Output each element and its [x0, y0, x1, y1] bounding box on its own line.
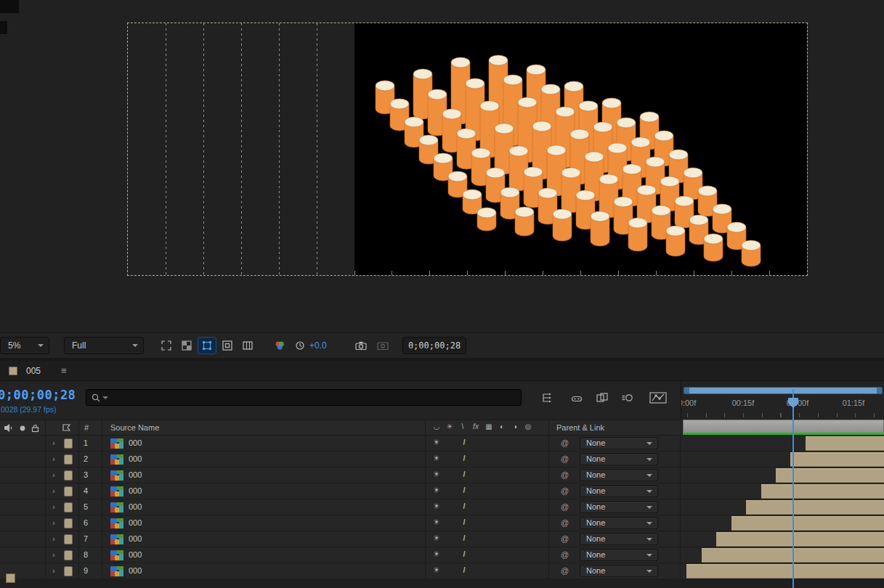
- mask-visibility-button[interactable]: [198, 337, 216, 354]
- playhead-line[interactable]: [792, 389, 794, 588]
- magnification-select[interactable]: 5%: [0, 337, 49, 354]
- pickwhip-icon[interactable]: @: [561, 566, 569, 575]
- layer-name[interactable]: 000: [129, 518, 142, 527]
- layer-duration-bar[interactable]: [790, 452, 884, 467]
- layer-name[interactable]: 000: [129, 438, 142, 447]
- search-options-icon[interactable]: [102, 396, 108, 399]
- pickwhip-icon[interactable]: @: [561, 534, 569, 543]
- layer-name[interactable]: 000: [129, 534, 142, 543]
- layer-duration-bar[interactable]: [806, 436, 884, 451]
- navigator-handle-right[interactable]: [877, 388, 882, 393]
- layer-row[interactable]: › 3 000 ☀ / @ None: [0, 467, 884, 483]
- collapse-switch[interactable]: ☀: [430, 550, 443, 559]
- number-column-label[interactable]: #: [84, 423, 89, 432]
- pickwhip-icon[interactable]: @: [561, 518, 569, 527]
- time-navigator-bar[interactable]: [684, 387, 883, 394]
- lock-column-icon[interactable]: [31, 423, 40, 433]
- parent-select[interactable]: None: [580, 469, 658, 481]
- parent-select[interactable]: None: [580, 533, 658, 545]
- layer-row[interactable]: › 4 000 ☀ / @ None: [0, 483, 884, 499]
- time-ruler[interactable]: 0:00f00:15f01:00f01:15f: [681, 381, 884, 420]
- shy-icon[interactable]: ◡: [430, 422, 443, 430]
- parent-select[interactable]: None: [580, 453, 658, 465]
- layer-row[interactable]: › 7 000 ☀ / @ None: [0, 531, 884, 547]
- label-swatch[interactable]: [64, 454, 73, 465]
- pickwhip-icon[interactable]: @: [561, 486, 569, 495]
- label-swatch[interactable]: [64, 470, 73, 481]
- motion-blur-icon[interactable]: ◐: [495, 422, 508, 430]
- label-swatch[interactable]: [64, 550, 73, 560]
- parent-select[interactable]: None: [580, 549, 658, 561]
- threed-icon[interactable]: ◎: [522, 422, 535, 430]
- quality-switch[interactable]: /: [458, 438, 471, 446]
- panel-menu-icon[interactable]: ≡: [61, 365, 67, 376]
- collapse-switch[interactable]: ☀: [430, 470, 443, 479]
- pickwhip-icon[interactable]: @: [561, 502, 569, 511]
- transparency-grid-button[interactable]: [177, 337, 196, 354]
- label-swatch[interactable]: [64, 566, 73, 576]
- quality-switch[interactable]: /: [458, 550, 471, 558]
- hide-shy-layers-button[interactable]: [567, 390, 587, 406]
- region-of-interest-button[interactable]: [157, 337, 176, 354]
- work-area-bar[interactable]: [683, 420, 884, 433]
- comp-color-swatch[interactable]: [9, 367, 17, 375]
- audio-column-icon[interactable]: [4, 423, 14, 433]
- parent-select[interactable]: None: [580, 485, 658, 497]
- quality-switch[interactable]: /: [458, 565, 471, 574]
- collapse-switch[interactable]: ☀: [430, 486, 443, 495]
- quality-switch[interactable]: /: [458, 534, 471, 542]
- frame-blending-button[interactable]: [592, 390, 612, 406]
- solo-column-icon[interactable]: [19, 423, 26, 433]
- label-swatch[interactable]: [64, 438, 73, 449]
- layer-duration-bar[interactable]: [746, 500, 884, 515]
- snapshot-button[interactable]: [352, 337, 370, 354]
- pickwhip-icon[interactable]: @: [561, 454, 569, 463]
- pickwhip-icon[interactable]: @: [561, 550, 569, 559]
- layer-row[interactable]: › 6 000 ☀ / @ None: [0, 515, 884, 531]
- layer-name[interactable]: 000: [129, 486, 142, 495]
- twirl-arrow-icon[interactable]: ›: [52, 550, 55, 559]
- layer-row[interactable]: › 9 000 ☀ / @ None: [0, 563, 884, 579]
- layer-row[interactable]: › 5 000 ☀ / @ None: [0, 499, 884, 515]
- collapse-switch[interactable]: ☀: [430, 565, 443, 575]
- collapse-switch[interactable]: ☀: [430, 502, 443, 511]
- quality-icon[interactable]: \: [456, 422, 469, 430]
- composition-canvas[interactable]: [354, 23, 807, 275]
- resolution-select[interactable]: Full: [64, 337, 144, 354]
- layer-name[interactable]: 000: [129, 502, 142, 511]
- label-column-icon[interactable]: [62, 423, 72, 433]
- quality-switch[interactable]: /: [458, 470, 471, 478]
- pickwhip-icon[interactable]: @: [561, 470, 569, 479]
- layer-row[interactable]: › 8 000 ☀ / @ None: [0, 547, 884, 563]
- collapse-icon[interactable]: ☀: [443, 422, 456, 430]
- effects-icon[interactable]: fx: [469, 422, 482, 430]
- twirl-arrow-icon[interactable]: ›: [52, 518, 55, 527]
- label-swatch[interactable]: [64, 486, 73, 497]
- quality-switch[interactable]: /: [458, 518, 471, 526]
- label-swatch[interactable]: [64, 502, 73, 513]
- pickwhip-icon[interactable]: @: [561, 438, 569, 447]
- layer-duration-bar[interactable]: [716, 532, 884, 547]
- comp-tab-title[interactable]: 005: [26, 366, 41, 376]
- quality-switch[interactable]: /: [458, 454, 471, 462]
- quality-switch[interactable]: /: [458, 486, 471, 494]
- layer-duration-bar[interactable]: [761, 484, 884, 499]
- adjustment-icon[interactable]: ◑: [508, 422, 522, 430]
- collapse-switch[interactable]: ☀: [430, 534, 443, 543]
- grid-guides-button[interactable]: [218, 337, 237, 354]
- twirl-arrow-icon[interactable]: ›: [52, 438, 55, 447]
- search-input[interactable]: [86, 389, 522, 406]
- color-management-button[interactable]: [270, 337, 289, 354]
- label-swatch[interactable]: [64, 534, 73, 544]
- preview-timecode[interactable]: 0;00;00;28: [402, 337, 466, 354]
- layer-duration-bar[interactable]: [686, 564, 884, 579]
- show-snapshot-button[interactable]: [373, 337, 392, 354]
- graph-editor-button[interactable]: [646, 390, 670, 406]
- viewer-lock-button[interactable]: [238, 337, 257, 354]
- label-swatch[interactable]: [64, 518, 73, 528]
- twirl-arrow-icon[interactable]: ›: [52, 566, 55, 575]
- navigator-handle-left[interactable]: [684, 388, 689, 393]
- layer-row[interactable]: › 2 000 ☀ / @ None: [0, 452, 884, 467]
- parent-select[interactable]: None: [580, 437, 658, 449]
- quality-switch[interactable]: /: [458, 502, 471, 510]
